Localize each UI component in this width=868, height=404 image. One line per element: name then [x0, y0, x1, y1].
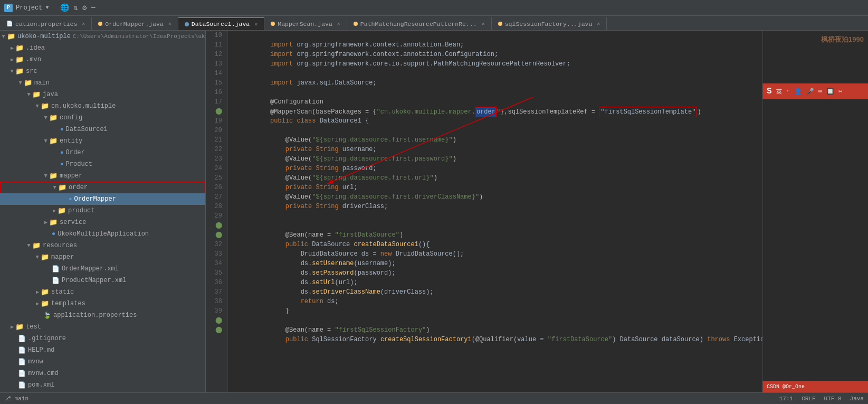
tab-close-icon[interactable]: ✕ — [482, 21, 485, 27]
tab-sqlsessionfactory-java[interactable]: sqlSessionFactory...java ✕ — [492, 17, 607, 30]
item-label: Product — [66, 161, 92, 168]
code-editor[interactable]: 10 11 12 13 14 15 16 17 ⬤ 19 20 21 22 23… — [206, 31, 762, 392]
sidebar-item-datasource1[interactable]: ● DataSource1 — [0, 124, 205, 135]
expand-arrow: ▶ — [52, 186, 58, 189]
item-label: test — [26, 323, 41, 331]
intellij-icon: P — [4, 4, 13, 12]
sidebar-item-application-props[interactable]: 🍃 application.properties — [0, 309, 205, 321]
item-label: Order — [66, 149, 85, 156]
line-col: 17:1 — [779, 396, 793, 402]
tab-close-icon[interactable]: ✕ — [597, 21, 600, 27]
sidebar-item-mapper-folder[interactable]: ▶ 📁 mapper — [0, 170, 205, 182]
line-num-31: ⬤ — [206, 230, 224, 240]
folder-icon: 📁 — [49, 114, 58, 122]
line-num-16: 16 — [206, 88, 224, 97]
sidebar-item-test[interactable]: ▶ 📁 test — [0, 321, 205, 333]
code-text — [270, 336, 285, 343]
sidebar-item-helpmd[interactable]: 📄 HELP.md — [0, 344, 205, 356]
sidebar-item-main-app[interactable]: ● UkokoMultipleApplication — [0, 228, 205, 240]
code-line-39 — [232, 306, 762, 316]
sidebar-item-templates[interactable]: ▶ 📁 templates — [0, 298, 205, 309]
item-label: OrderMapper.xml — [62, 265, 119, 273]
item-label: main — [34, 79, 50, 87]
sidebar-item-product-folder[interactable]: ▶ 📁 product — [0, 205, 205, 217]
sidebar-item-src[interactable]: ▶ 📁 src — [0, 65, 205, 77]
java-file-icon: ● — [60, 126, 64, 133]
sidebar: ▶ 📁 ukoko-multiple C:\Users\Administrato… — [0, 31, 206, 392]
sidebar-item-productmapper-xml[interactable]: 📄 ProductMapper.xml — [0, 275, 205, 286]
folder-icon: 📁 — [32, 90, 41, 99]
tab-close-icon[interactable]: ✕ — [337, 21, 340, 27]
props-file-icon: 🍃 — [43, 312, 51, 320]
tab-pathmatching-java[interactable]: PathMatchingResourcePatternRe... ✕ — [347, 17, 492, 30]
sidebar-item-order-entity[interactable]: ● Order — [0, 147, 205, 158]
file-icon: 📄 — [18, 335, 26, 343]
tab-close-icon[interactable]: ✕ — [168, 21, 171, 27]
item-label: src — [26, 68, 37, 75]
sougou-icon4: 🔲 — [826, 88, 834, 96]
line-num-27: 27 — [206, 192, 224, 202]
line-num-34: 34 — [206, 259, 224, 268]
line-num-17: 17 — [206, 97, 224, 107]
tab-close-icon[interactable]: ✕ — [254, 21, 257, 27]
item-label: UkokoMultipleApplication — [58, 230, 149, 238]
item-label: pom.xml — [28, 381, 54, 389]
sidebar-item-mapper-resources[interactable]: ▶ 📁 mapper — [0, 251, 205, 263]
file-icon: 📄 — [18, 370, 26, 378]
sidebar-item-idea[interactable]: ▶ 📁 .idea — [0, 42, 205, 54]
sidebar-item-ordermapper[interactable]: ● OrderMapper — [0, 193, 205, 205]
sidebar-item-static[interactable]: ▶ 📁 static — [0, 286, 205, 298]
java-file-dot — [271, 22, 275, 26]
code-line-29 — [232, 211, 762, 221]
code-line-38: } — [232, 297, 762, 306]
expand-arrow: ▶ — [26, 93, 32, 96]
sidebar-item-mvnw-cmd[interactable]: 📄 mvnw.cmd — [0, 368, 205, 379]
tab-close-icon[interactable]: ✕ — [82, 21, 85, 27]
sidebar-item-root[interactable]: ▶ 📁 ukoko-multiple C:\Users\Administrato… — [0, 31, 205, 42]
item-label: HELP.md — [28, 346, 54, 354]
code-line-20: @Value("${spring.datasource.first.userna… — [232, 126, 762, 135]
line-num-29: 29 — [206, 211, 224, 221]
line-num-40: ⬤ — [206, 316, 224, 325]
type-text: DataSource — [620, 336, 662, 343]
sidebar-item-cn-ukoko[interactable]: ▶ 📁 cn.ukoko.multiple — [0, 100, 205, 112]
method-text: createSqlSessionFactory1 — [380, 336, 472, 343]
globe-icon[interactable]: 🌐 — [60, 3, 69, 12]
project-dropdown-icon[interactable]: ▼ — [45, 5, 49, 11]
sidebar-item-config[interactable]: ▶ 📁 config — [0, 112, 205, 124]
code-text: ) — [612, 336, 619, 343]
sidebar-item-product-entity[interactable]: ● Product — [0, 158, 205, 170]
code-line-24: @Value("${spring.datasource.first.url}") — [232, 164, 762, 173]
sidebar-item-resources[interactable]: ▶ 📁 resources — [0, 240, 205, 251]
sidebar-item-gitignore[interactable]: 📄 .gitignore — [0, 333, 205, 344]
sidebar-item-mvn[interactable]: ▶ 📁 .mvn — [0, 54, 205, 65]
code-line-28 — [232, 202, 762, 211]
tab-datasource1-java[interactable]: DataSource1.java ✕ — [178, 17, 264, 30]
minimize-icon[interactable]: — — [91, 3, 95, 12]
file-icon: 📄 — [18, 346, 26, 354]
sidebar-item-mvnw[interactable]: 📄 mvnw — [0, 356, 205, 368]
item-label: cn.ukoko.multiple — [51, 102, 116, 110]
settings-icon[interactable]: ⚙ — [82, 3, 87, 12]
sidebar-item-service[interactable]: ▶ 📁 service — [0, 217, 205, 228]
code-line-36: ds.setDriverClassName(driverClass); — [232, 278, 762, 287]
folder-icon: 📁 — [41, 102, 49, 110]
sidebar-item-main[interactable]: ▶ 📁 main — [0, 77, 205, 89]
sidebar-item-java[interactable]: ▶ 📁 java — [0, 89, 205, 100]
sidebar-item-ordermapper-xml[interactable]: 📄 OrderMapper.xml — [0, 263, 205, 275]
sougou-text: 英 — [776, 88, 782, 96]
item-label: .idea — [26, 44, 45, 52]
tab-label: sqlSessionFactory...java — [505, 21, 593, 27]
sidebar-item-pomxml[interactable]: 📄 pom.xml — [0, 379, 205, 391]
watermark: 枫桥夜泊1990 — [821, 35, 864, 44]
sidebar-item-entity[interactable]: ▶ 📁 entity — [0, 135, 205, 147]
code-line-35: ds.setUrl(url); — [232, 268, 762, 278]
tab-order-mapper-java[interactable]: OrderMapper.java ✕ — [92, 17, 178, 30]
tab-cation-properties[interactable]: 📄 cation.properties ✕ — [0, 17, 92, 30]
sougou-bar: S 英 · 👤 🎤 ⌨ 🔲 ✂ — [762, 83, 868, 99]
arrows-icon[interactable]: ⇅ — [73, 3, 78, 12]
sidebar-item-order-folder[interactable]: ▶ 📁 order — [0, 182, 205, 193]
folder-icon: 📁 — [15, 55, 24, 64]
tab-mapperscan-java[interactable]: MapperScan.java ✕ — [264, 17, 347, 30]
line-num-28: 28 — [206, 202, 224, 211]
